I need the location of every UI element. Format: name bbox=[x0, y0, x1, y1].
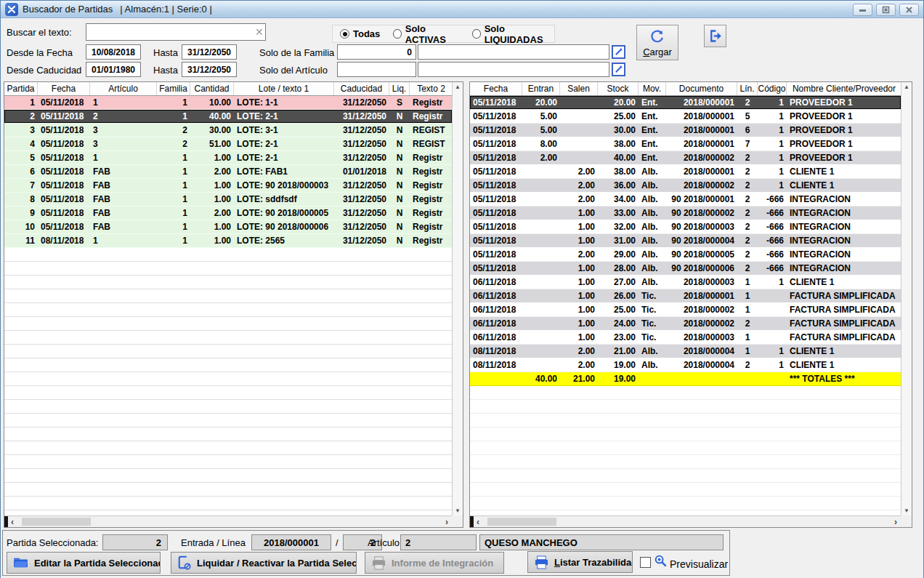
table-row[interactable]: 05/11/20185.0025.00Ent.2018/00000151PROV… bbox=[470, 110, 901, 124]
table-row[interactable]: 05/11/20182.0036.00Alb.2018/00000221CLIE… bbox=[470, 179, 901, 193]
articulo-name-input[interactable] bbox=[418, 62, 609, 77]
column-header[interactable]: Partida bbox=[4, 82, 38, 95]
minimize-button[interactable] bbox=[853, 4, 872, 16]
familia-code-input[interactable]: 0 bbox=[337, 44, 416, 60]
movimientos-vertical-scrollbar[interactable]: ▲ ▼ bbox=[901, 82, 912, 515]
radio-todas[interactable]: Todas bbox=[340, 28, 380, 39]
scroll-thumb[interactable] bbox=[487, 518, 556, 526]
table-row[interactable]: 105/11/20181110.00LOTE: 1-131/12/2050SRe… bbox=[4, 96, 452, 110]
column-header[interactable]: Código bbox=[758, 82, 787, 95]
close-button[interactable] bbox=[899, 4, 919, 16]
column-header[interactable]: Salen bbox=[560, 82, 598, 95]
column-header[interactable]: Entran bbox=[522, 82, 560, 95]
table-row[interactable]: 505/11/2018111.00LOTE: 2-131/12/2050NReg… bbox=[4, 151, 452, 165]
cell bbox=[470, 400, 522, 413]
table-row[interactable]: 205/11/20182140.00LOTE: 2-131/12/2050NRe… bbox=[4, 110, 452, 124]
table-row[interactable]: 05/11/201820.0020.00Ent.2018/00000121PRO… bbox=[470, 96, 901, 110]
table-row[interactable]: 05/11/20182.0038.00Alb.2018/00000121CLIE… bbox=[470, 165, 901, 179]
previsualizar-label[interactable]: Previsualizar bbox=[670, 558, 728, 570]
date-from-input[interactable]: 10/08/2018 bbox=[86, 44, 141, 60]
articulo-nombre-value: QUESO MANCHEGO bbox=[479, 534, 724, 550]
scroll-up-icon[interactable]: ▲ bbox=[901, 84, 912, 90]
previsualizar-checkbox[interactable] bbox=[640, 557, 651, 568]
articulo-code-input[interactable] bbox=[337, 62, 416, 77]
radio-solo-activas[interactable]: Solo ACTIVAS bbox=[393, 23, 459, 45]
scroll-thumb[interactable] bbox=[22, 518, 91, 526]
table-row[interactable]: 805/11/2018FAB11.00LOTE: sddfsdf31/12/20… bbox=[4, 193, 452, 206]
column-header[interactable]: Lín. bbox=[737, 82, 758, 95]
cell bbox=[598, 400, 639, 413]
table-row[interactable]: 705/11/2018FAB11.00LOTE: 90 2018/0000033… bbox=[4, 179, 452, 193]
cell: 1 bbox=[4, 96, 38, 109]
table-row[interactable]: 06/11/20181.0027.00Alb.2018/00000311CLIE… bbox=[470, 276, 901, 289]
column-header[interactable]: Liq. bbox=[389, 82, 410, 95]
table-row bbox=[4, 441, 452, 455]
table-row[interactable]: 05/11/20181.0031.00Alb.90 2018/0000042-6… bbox=[470, 234, 901, 248]
column-header[interactable]: Cantidad bbox=[190, 82, 234, 95]
search-input[interactable] bbox=[86, 23, 266, 41]
table-row[interactable]: 05/11/20181.0033.00Alb.90 2018/0000022-6… bbox=[470, 206, 901, 220]
scroll-left-icon[interactable]: ‹ bbox=[477, 516, 479, 527]
cargar-button[interactable]: Cargar bbox=[636, 25, 678, 60]
table-row[interactable]: 05/11/20188.0038.00Ent.2018/00000171PROV… bbox=[470, 137, 901, 151]
scroll-down-icon[interactable]: ▼ bbox=[901, 507, 912, 514]
table-row bbox=[470, 510, 901, 515]
movimientos-horizontal-scrollbar[interactable]: ‹ › bbox=[470, 515, 901, 527]
table-row[interactable]: 06/11/20181.0026.00Tic.2018/0000011FACTU… bbox=[470, 289, 901, 303]
editar-partida-button[interactable]: Editar la Partida Seleccionada bbox=[7, 552, 161, 574]
table-row[interactable]: 05/11/20182.0029.00Alb.90 2018/0000052-6… bbox=[470, 248, 901, 262]
table-row[interactable]: 05/11/20185.0030.00Ent.2018/00000161PROV… bbox=[470, 124, 901, 137]
articulo-lookup-button[interactable] bbox=[612, 63, 625, 76]
table-row[interactable]: 05/11/20181.0032.00Alb.90 2018/0000032-6… bbox=[470, 220, 901, 234]
column-header[interactable]: Nombre Cliente/Proveedor bbox=[787, 82, 902, 95]
cell bbox=[190, 483, 234, 496]
table-row[interactable]: 05/11/20182.0040.00Ent.2018/00000221PROV… bbox=[470, 151, 901, 165]
scroll-right-icon[interactable]: › bbox=[894, 516, 897, 527]
cell bbox=[190, 372, 234, 385]
table-row bbox=[4, 483, 452, 497]
column-header[interactable]: Fecha bbox=[470, 82, 522, 95]
column-header[interactable]: Artículo bbox=[90, 82, 157, 95]
table-row[interactable]: 405/11/20183251.00LOTE: 2-131/12/2050NRE… bbox=[4, 137, 452, 151]
table-row[interactable]: 08/11/20182.0019.00Alb.2018/00000421CLIE… bbox=[470, 358, 901, 372]
table-row[interactable]: 05/11/20182.0034.00Alb.90 2018/0000012-6… bbox=[470, 193, 901, 206]
scroll-right-icon[interactable]: › bbox=[445, 516, 448, 527]
table-row[interactable]: 1108/11/2018111.00LOTE: 256531/12/2050NR… bbox=[4, 234, 452, 248]
column-header[interactable]: Texto 2 bbox=[410, 82, 453, 95]
table-row[interactable]: 905/11/2018FAB12.00LOTE: 90 2018/0000053… bbox=[4, 206, 452, 220]
scroll-down-icon[interactable]: ▼ bbox=[453, 507, 463, 514]
maximize-button[interactable] bbox=[876, 4, 896, 16]
column-header[interactable]: Mov. bbox=[639, 82, 666, 95]
table-row[interactable]: 1005/11/2018FAB11.00LOTE: 90 2018/000006… bbox=[4, 220, 452, 234]
table-row[interactable]: 06/11/20181.0024.00Tic.2018/0000022FACTU… bbox=[470, 317, 901, 331]
scroll-up-icon[interactable]: ▲ bbox=[453, 84, 463, 90]
scroll-left-icon[interactable]: ‹ bbox=[11, 516, 14, 527]
date-to-input[interactable]: 31/12/2050 bbox=[182, 44, 237, 60]
familia-name-input[interactable] bbox=[418, 44, 609, 60]
column-header[interactable]: Lote / texto 1 bbox=[234, 82, 334, 95]
caducidad-from-input[interactable]: 01/01/1980 bbox=[86, 62, 141, 77]
table-row[interactable]: 08/11/20182.0021.00Alb.2018/00000411CLIE… bbox=[470, 345, 901, 358]
informe-integracion-button[interactable]: Informe de Integración bbox=[365, 552, 504, 574]
table-row[interactable]: 06/11/20181.0023.00Tic.2018/0000031FACTU… bbox=[470, 331, 901, 345]
familia-lookup-button[interactable] bbox=[612, 45, 625, 59]
column-header[interactable]: Fecha bbox=[38, 82, 90, 95]
radio-solo-liquidadas[interactable]: Solo LIQUIDADAS bbox=[472, 23, 554, 45]
listar-trazabilidad-button[interactable]: Listar Trazabilidad bbox=[527, 551, 633, 573]
partidas-vertical-scrollbar[interactable]: ▲ ▼ bbox=[452, 82, 463, 515]
column-header[interactable]: Caducidad bbox=[334, 82, 389, 95]
column-header[interactable]: Familia bbox=[157, 82, 190, 95]
table-row[interactable]: 06/11/20181.0025.00Tic.2018/0000021FACTU… bbox=[470, 303, 901, 317]
table-row[interactable]: 305/11/20183230.00LOTE: 3-131/12/2050NRE… bbox=[4, 124, 452, 137]
liquidar-reactivar-button[interactable]: Liquidar / Reactivar la Partida Seleccio… bbox=[171, 552, 357, 574]
clear-search-icon[interactable]: ✕ bbox=[255, 26, 264, 38]
table-row[interactable]: 05/11/20181.0028.00Alb.90 2018/0000062-6… bbox=[470, 262, 901, 276]
splitter-handle[interactable] bbox=[4, 516, 8, 527]
export-button[interactable] bbox=[704, 25, 726, 47]
table-row[interactable]: 605/11/2018FAB12.00LOTE: FAB101/01/2018N… bbox=[4, 165, 452, 179]
column-header[interactable]: Stock bbox=[598, 82, 639, 95]
column-header[interactable]: Documento bbox=[666, 82, 737, 95]
splitter-handle[interactable] bbox=[470, 516, 474, 527]
partidas-horizontal-scrollbar[interactable]: ‹ › bbox=[4, 515, 452, 527]
caducidad-to-input[interactable]: 31/12/2050 bbox=[182, 62, 237, 77]
